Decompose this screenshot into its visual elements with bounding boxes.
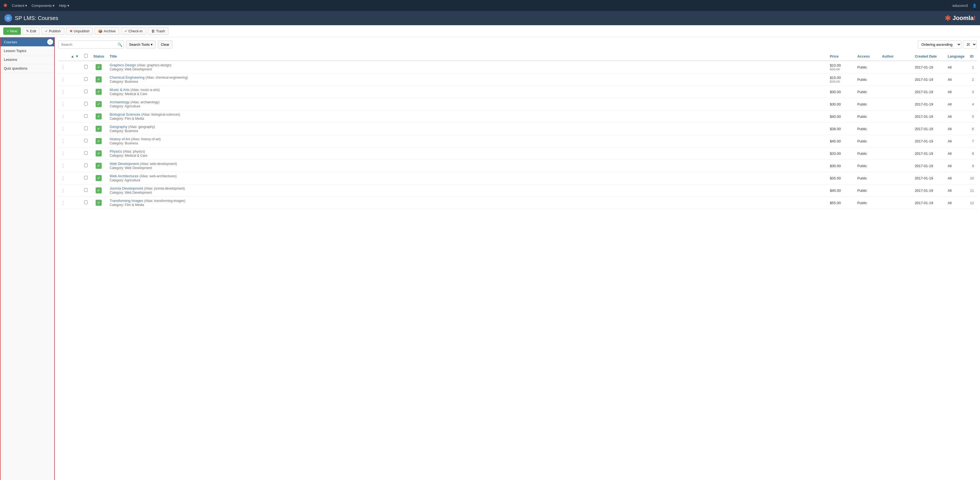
drag-handle[interactable]: ⋮ xyxy=(58,197,68,209)
row-checkbox-cell[interactable] xyxy=(81,172,91,184)
status-published-icon[interactable]: ✔ xyxy=(95,113,102,119)
drag-handle[interactable]: ⋮ xyxy=(58,135,68,148)
course-title-link[interactable]: Joomla Development xyxy=(110,186,143,191)
status-published-icon[interactable]: ✔ xyxy=(95,138,102,144)
course-title-link[interactable]: Biological Sciences xyxy=(110,112,140,116)
th-checkbox[interactable] xyxy=(81,52,91,61)
drag-handle[interactable]: ⋮ xyxy=(58,184,68,197)
sidebar-item-lesson-topics[interactable]: Lesson Topics xyxy=(0,46,54,56)
th-author[interactable]: Author xyxy=(879,52,912,61)
row-checkbox[interactable] xyxy=(84,200,88,204)
th-access[interactable]: Access xyxy=(854,52,879,61)
course-title-link[interactable]: Graphics Design xyxy=(110,63,136,67)
drag-handle[interactable]: ⋮ xyxy=(58,148,68,160)
row-checkbox[interactable] xyxy=(84,127,88,130)
row-checkbox-cell[interactable] xyxy=(81,148,91,160)
status-published-icon[interactable]: ✔ xyxy=(95,64,102,70)
nav-help[interactable]: Help ▾ xyxy=(59,3,69,8)
row-checkbox[interactable] xyxy=(84,90,88,93)
archive-button[interactable]: 📦 Archive xyxy=(95,27,119,35)
th-price[interactable]: Price xyxy=(827,52,854,61)
user-link[interactable]: educonv3 xyxy=(953,3,968,8)
status-published-icon[interactable]: ✔ xyxy=(95,188,102,194)
select-all-checkbox[interactable] xyxy=(84,54,88,57)
course-title-link[interactable]: Physics xyxy=(110,149,122,153)
row-status[interactable]: ✔ xyxy=(91,135,107,148)
drag-handle[interactable]: ⋮ xyxy=(58,86,68,98)
edit-button[interactable]: ✎ Edit xyxy=(22,27,40,35)
row-status[interactable]: ✔ xyxy=(91,73,107,86)
row-status[interactable]: ✔ xyxy=(91,86,107,98)
course-title-link[interactable]: History of Art xyxy=(110,137,130,141)
course-title-link[interactable]: Music & Arts xyxy=(110,88,129,92)
drag-handle[interactable]: ⋮ xyxy=(58,123,68,135)
row-status[interactable]: ✔ xyxy=(91,197,107,209)
drag-handle[interactable]: ⋮ xyxy=(58,110,68,123)
row-status[interactable]: ✔ xyxy=(91,148,107,160)
publish-button[interactable]: ✔ Publish xyxy=(41,27,64,35)
nav-content[interactable]: Content ▾ xyxy=(12,3,27,8)
drag-handle[interactable]: ⋮ xyxy=(58,61,68,73)
row-checkbox-cell[interactable] xyxy=(81,86,91,98)
row-checkbox[interactable] xyxy=(84,176,88,180)
row-checkbox-cell[interactable] xyxy=(81,160,91,172)
trash-button[interactable]: 🗑 Trash xyxy=(148,27,169,35)
status-published-icon[interactable]: ✔ xyxy=(95,200,102,206)
row-checkbox-cell[interactable] xyxy=(81,184,91,197)
status-published-icon[interactable]: ✔ xyxy=(95,175,102,181)
row-status[interactable]: ✔ xyxy=(91,110,107,123)
joomla-star-icon[interactable]: ✱ xyxy=(3,2,7,8)
sidebar-collapse-button[interactable]: ↔ xyxy=(47,39,53,45)
sidebar-item-lessons[interactable]: Lessons xyxy=(0,56,54,64)
course-title-link[interactable]: Web Development xyxy=(110,162,139,166)
row-status[interactable]: ✔ xyxy=(91,172,107,184)
status-published-icon[interactable]: ✔ xyxy=(95,150,102,156)
status-published-icon[interactable]: ✔ xyxy=(95,163,102,169)
course-title-link[interactable]: Chemical Engineering xyxy=(110,75,145,79)
row-checkbox-cell[interactable] xyxy=(81,123,91,135)
drag-handle[interactable]: ⋮ xyxy=(58,98,68,110)
row-status[interactable]: ✔ xyxy=(91,123,107,135)
row-checkbox[interactable] xyxy=(84,164,88,167)
row-checkbox[interactable] xyxy=(84,188,88,192)
row-checkbox-cell[interactable] xyxy=(81,73,91,86)
course-title-link[interactable]: Archaeology xyxy=(110,100,129,104)
row-status[interactable]: ✔ xyxy=(91,160,107,172)
search-submit-button[interactable]: 🔍 xyxy=(118,43,122,47)
row-checkbox-cell[interactable] xyxy=(81,197,91,209)
checkin-button[interactable]: ✔ Check-in xyxy=(121,27,146,35)
row-checkbox[interactable] xyxy=(84,102,88,105)
th-status[interactable]: Status xyxy=(91,52,107,61)
row-checkbox-cell[interactable] xyxy=(81,98,91,110)
row-status[interactable]: ✔ xyxy=(91,61,107,73)
row-checkbox[interactable] xyxy=(84,65,88,68)
new-button[interactable]: + New xyxy=(3,27,21,35)
status-published-icon[interactable]: ✔ xyxy=(95,126,102,132)
status-published-icon[interactable]: ✔ xyxy=(95,89,102,95)
th-sort-arrows[interactable]: ▲ ▼ xyxy=(68,52,81,61)
course-title-link[interactable]: Web Architectures xyxy=(110,174,138,178)
drag-handle[interactable]: ⋮ xyxy=(58,73,68,86)
per-page-select[interactable]: 5 10 15 20 25 30 50 100 xyxy=(963,41,977,48)
row-checkbox-cell[interactable] xyxy=(81,110,91,123)
course-title-link[interactable]: Transforming Images xyxy=(110,199,143,203)
status-published-icon[interactable]: ✔ xyxy=(95,101,102,107)
row-checkbox[interactable] xyxy=(84,139,88,143)
th-language[interactable]: Language xyxy=(945,52,967,61)
nav-components[interactable]: Components ▾ xyxy=(32,3,54,8)
drag-handle[interactable]: ⋮ xyxy=(58,172,68,184)
th-id[interactable]: ID xyxy=(967,52,977,61)
course-title-link[interactable]: Geography xyxy=(110,125,127,129)
th-title[interactable]: Title xyxy=(107,52,827,61)
sidebar-item-quiz-questions[interactable]: Quiz questions xyxy=(0,64,54,73)
ordering-select[interactable]: Ordering ascending Ordering descending I… xyxy=(918,41,961,48)
row-status[interactable]: ✔ xyxy=(91,98,107,110)
th-created-date[interactable]: Created Date xyxy=(912,52,945,61)
search-tools-button[interactable]: Search Tools ▾ xyxy=(126,41,156,48)
row-checkbox-cell[interactable] xyxy=(81,135,91,148)
clear-button[interactable]: Clear xyxy=(158,41,172,48)
search-input[interactable] xyxy=(58,41,124,48)
status-published-icon[interactable]: ✔ xyxy=(95,76,102,83)
sidebar-item-courses[interactable]: Courses xyxy=(0,38,54,46)
row-status[interactable]: ✔ xyxy=(91,184,107,197)
